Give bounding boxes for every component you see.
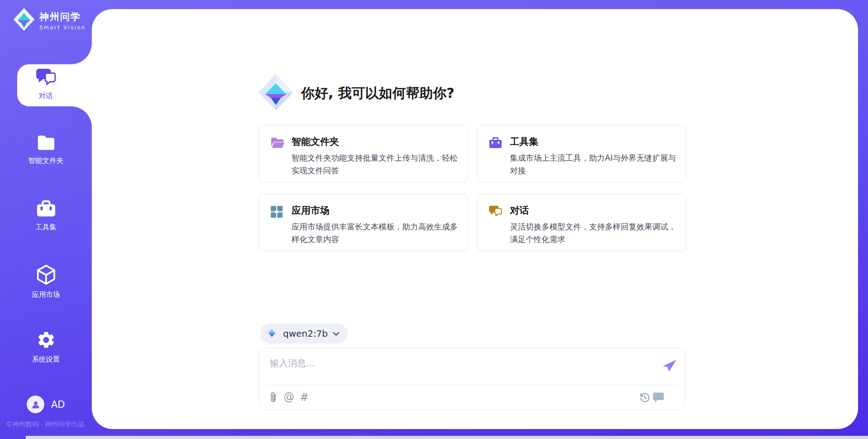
sidebar-item-settings[interactable]: 系统设置	[0, 330, 92, 364]
send-icon[interactable]	[662, 358, 677, 372]
toolbox-icon	[489, 137, 502, 151]
app-grid-icon	[270, 205, 283, 220]
sidebar-item-label: 智能文件夹	[28, 156, 64, 166]
cube-icon	[36, 264, 56, 287]
card-description: 集成市场上主流工具，助力AI与外界无缝扩展与对接	[510, 152, 683, 177]
user-initials: AD	[51, 399, 65, 410]
hash-icon[interactable]: #	[300, 391, 309, 404]
person-icon	[31, 400, 41, 410]
card-description: 智能文件夹功能支持批量文件上传与清洗，轻松实现文件问答	[292, 152, 464, 177]
card-chat[interactable]: 对话 灵活切换多模型文件，支持多样回复效果调试，满足个性化需求	[477, 194, 686, 251]
greeting: 你好, 我可以如何帮助你?	[258, 73, 454, 113]
tab-curve-bottom	[71, 106, 92, 127]
composer-divider	[265, 385, 679, 385]
content-panel: 你好, 我可以如何帮助你? 智能文件夹 智能文件夹功能支持批量文件上传与清洗，轻…	[92, 9, 858, 429]
card-app-market[interactable]: 应用市场 应用市场提供丰富长文本模板，助力高效生成多样化文章内容	[259, 194, 468, 251]
model-selector[interactable]: qwen2:7b	[260, 324, 348, 344]
sidebar-item-label: 系统设置	[32, 355, 60, 364]
feature-cards: 智能文件夹 智能文件夹功能支持批量文件上传与清洗，轻松实现文件问答 工具集 集成…	[259, 125, 686, 251]
gear-icon	[36, 330, 56, 352]
toolbox-icon	[36, 200, 56, 220]
chat-bubble-icon[interactable]	[653, 392, 664, 404]
sidebar-item-app-market[interactable]: 应用市场	[0, 264, 92, 300]
diamond-logo-icon	[13, 7, 35, 33]
folder-icon	[36, 134, 56, 153]
card-description: 灵活切换多模型文件，支持多样回复效果调试，满足个性化需求	[510, 220, 683, 246]
model-name: qwen2:7b	[283, 328, 328, 339]
user-profile[interactable]: AD	[27, 396, 65, 413]
greeting-text: 你好, 我可以如何帮助你?	[301, 84, 454, 103]
at-icon[interactable]: @	[283, 390, 294, 404]
avatar	[27, 396, 44, 413]
app-logo: 神州问学 Smart Vision	[13, 7, 86, 33]
card-title: 对话	[510, 204, 529, 217]
chevron-down-icon	[333, 329, 340, 338]
tab-curve-top	[71, 43, 92, 64]
composer-toolbar: @ #	[270, 390, 677, 406]
card-title: 智能文件夹	[292, 135, 339, 148]
card-description: 应用市场提供丰富长文本模板，助力高效生成多样化文章内容	[292, 220, 464, 246]
sidebar-item-label: 对话	[39, 91, 53, 101]
card-title: 工具集	[510, 135, 538, 148]
paperclip-icon[interactable]	[270, 391, 277, 405]
horizontal-scrollbar[interactable]	[26, 436, 868, 439]
sidebar-item-label: 应用市场	[32, 290, 60, 300]
sidebar-item-toolset[interactable]: 工具集	[0, 200, 92, 232]
diamond-logo-icon	[258, 73, 294, 113]
card-smart-folder[interactable]: 智能文件夹 智能文件夹功能支持批量文件上传与清洗，轻松实现文件问答	[259, 125, 468, 182]
message-composer: @ #	[259, 348, 685, 410]
chat-icon	[489, 205, 502, 219]
sidebar-item-chat[interactable]: 对话	[0, 68, 92, 101]
folder-open-icon	[270, 137, 285, 151]
copyright-text: ©神州数码 · 神州问学出品	[6, 420, 84, 429]
diamond-logo-icon	[266, 326, 278, 341]
brand-subtitle: Smart Vision	[39, 24, 86, 31]
message-input[interactable]	[270, 354, 641, 372]
brand-name: 神州问学	[39, 10, 86, 23]
sidebar-item-smart-folder[interactable]: 智能文件夹	[0, 134, 92, 166]
card-title: 应用市场	[292, 204, 330, 217]
chat-icon	[36, 68, 57, 88]
sidebar-item-label: 工具集	[35, 223, 57, 232]
sidebar: 神州问学 Smart Vision 对话 智能文件夹	[0, 0, 92, 439]
card-toolset[interactable]: 工具集 集成市场上主流工具，助力AI与外界无缝扩展与对接	[477, 125, 686, 182]
history-icon[interactable]	[639, 392, 650, 405]
